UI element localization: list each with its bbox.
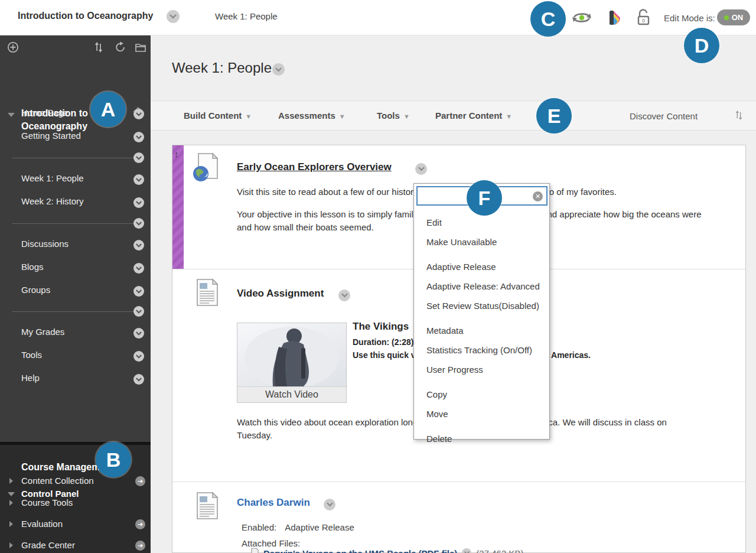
file-chevron-icon[interactable]: [462, 548, 471, 553]
sidebar-item-evaluation[interactable]: Evaluation: [21, 519, 63, 529]
sidebar-item-week-2-history[interactable]: Week 2: History: [21, 196, 84, 206]
enabled-label: Enabled:: [242, 522, 276, 532]
week2-chevron-icon[interactable]: [133, 197, 144, 208]
attached-file-link[interactable]: Darwin's Voyage on the HMS Beagle (PDF f…: [263, 548, 457, 553]
menu-item-make-unavailable[interactable]: Make Unavailable: [414, 232, 549, 252]
sidebar-divider: [12, 311, 138, 312]
groups-chevron-icon[interactable]: [133, 286, 144, 297]
annotation-b: B: [96, 442, 131, 477]
add-menu-item-icon[interactable]: [7, 41, 19, 56]
drag-handle[interactable]: ↕: [172, 145, 184, 269]
search-clear-icon[interactable]: ✕: [533, 191, 543, 201]
item-title-early-ocean-explorers[interactable]: Early Ocean Explorers Overview: [237, 161, 392, 173]
assessments-button[interactable]: Assessments▼: [278, 110, 346, 121]
sidebar-item-help[interactable]: Help: [21, 373, 40, 383]
drag-arrows-icon: ↕: [174, 149, 179, 159]
content-collection-expand-icon[interactable]: [9, 478, 13, 484]
divider-chevron-icon[interactable]: [133, 152, 144, 163]
folder-icon[interactable]: [135, 42, 146, 55]
annotation-c: C: [530, 1, 566, 37]
item-separator: [172, 482, 745, 482]
tools-button[interactable]: Tools▼: [377, 110, 410, 121]
sidebar-item-groups[interactable]: Groups: [21, 285, 50, 295]
video-title: The Vikings: [353, 321, 409, 333]
reorder-icon[interactable]: [93, 41, 104, 56]
divider-chevron-icon[interactable]: [133, 306, 144, 317]
sidebar-divider: [12, 223, 138, 224]
content-item-icon: [191, 278, 221, 311]
action-bar: Build Content▼ Assessments▼ Tools▼ Partn…: [151, 100, 756, 131]
attached-file-size: (37,463 KB): [476, 548, 523, 553]
partner-content-button[interactable]: Partner Content▼: [435, 110, 512, 121]
home-page-chevron-icon[interactable]: [133, 109, 144, 119]
partner-content-caret-icon: ▼: [506, 113, 512, 120]
blogs-chevron-icon[interactable]: [133, 263, 144, 274]
divider-chevron-icon[interactable]: [133, 218, 144, 229]
tools-chevron-icon[interactable]: [133, 351, 144, 362]
menu-item-copy[interactable]: Copy: [414, 385, 549, 404]
context-menu-list: Edit Make Unavailable Adaptive Release A…: [414, 210, 549, 451]
help-chevron-icon[interactable]: [133, 374, 144, 385]
menu-item-delete[interactable]: Delete: [414, 429, 549, 448]
evaluation-expand-icon[interactable]: [9, 521, 13, 527]
content-collection-open-icon[interactable]: ➜: [135, 476, 145, 486]
menu-item-adaptive-release[interactable]: Adaptive Release: [414, 257, 549, 276]
course-menu-collapse-icon[interactable]: [8, 113, 15, 117]
item-title-charles-darwin[interactable]: Charles Darwin: [237, 497, 310, 509]
build-content-caret-icon: ▼: [245, 113, 252, 120]
content-item-icon: [191, 492, 221, 525]
assessments-caret-icon: ▼: [339, 113, 346, 120]
watch-video-button[interactable]: Watch Video: [237, 386, 346, 402]
viking-statue-image: [237, 323, 346, 386]
sidebar-item-content-collection[interactable]: Content Collection: [21, 476, 94, 486]
item-title-video-assignment[interactable]: Video Assignment: [237, 288, 324, 300]
discussions-chevron-icon[interactable]: [133, 240, 144, 251]
annotation-a: A: [90, 92, 126, 127]
theme-palette-icon[interactable]: [608, 9, 624, 28]
course-tools-expand-icon[interactable]: [9, 500, 13, 506]
attached-file-row: Darwin's Voyage on the HMS Beagle (PDF f…: [251, 548, 523, 553]
unlock-icon[interactable]: 0: [636, 8, 652, 30]
build-content-button[interactable]: Build Content▼: [184, 110, 252, 121]
sidebar-item-getting-started[interactable]: Getting Started: [21, 131, 81, 141]
grade-center-expand-icon[interactable]: [9, 542, 13, 548]
video-duration: Duration: (2:28): [353, 336, 423, 348]
edit-mode-toggle[interactable]: ON: [717, 9, 750, 25]
blackboard-screen: Introduction to Oceanography Week 1: Peo…: [0, 0, 756, 553]
student-preview-icon[interactable]: [571, 9, 593, 29]
menu-item-user-progress[interactable]: User Progress: [414, 360, 549, 379]
menu-item-statistics-tracking[interactable]: Statistics Tracking (On/Off): [414, 340, 549, 360]
menu-item-set-review-status[interactable]: Set Review Status(Disabled): [414, 296, 549, 315]
item1-chevron-icon[interactable]: [415, 163, 427, 175]
sidebar-item-course-tools[interactable]: Course Tools: [21, 497, 73, 508]
sidebar-item-week-1-people[interactable]: Week 1: People: [21, 173, 84, 183]
sidebar-item-tools[interactable]: Tools: [21, 350, 42, 360]
control-panel-collapse-icon[interactable]: [8, 492, 15, 496]
video-thumbnail[interactable]: Watch Video: [237, 323, 347, 403]
sidebar-item-blogs[interactable]: Blogs: [21, 262, 44, 272]
sidebar-item-grade-center[interactable]: Grade Center: [21, 540, 75, 550]
page-title-chevron-icon[interactable]: [272, 63, 285, 76]
menu-item-metadata[interactable]: Metadata: [414, 321, 549, 340]
breadcrumb: Week 1: People: [215, 11, 278, 21]
item2-chevron-icon[interactable]: [338, 289, 350, 301]
grade-center-open-icon[interactable]: ➜: [135, 541, 145, 551]
discover-content-button[interactable]: Discover Content: [630, 111, 698, 121]
my-grades-chevron-icon[interactable]: [133, 328, 144, 339]
item-context-menu: ✕ Edit Make Unavailable Adaptive Release…: [413, 183, 550, 440]
page-title: Week 1: People: [172, 60, 272, 76]
sidebar-item-home-page[interactable]: Home Page: [21, 108, 68, 118]
course-title-chevron-icon[interactable]: [167, 10, 180, 23]
menu-item-adaptive-release-advanced[interactable]: Adaptive Release: Advanced: [414, 276, 549, 296]
getting-started-chevron-icon[interactable]: [133, 132, 144, 142]
web-link-icon: [191, 152, 221, 186]
menu-item-edit[interactable]: Edit: [414, 213, 549, 232]
item3-chevron-icon[interactable]: [324, 499, 335, 510]
sidebar-item-my-grades[interactable]: My Grades: [21, 327, 64, 337]
evaluation-open-icon[interactable]: ➜: [135, 519, 145, 529]
refresh-icon[interactable]: [115, 41, 126, 56]
week1-chevron-icon[interactable]: [133, 174, 144, 185]
reorder-items-icon[interactable]: [734, 110, 744, 123]
menu-item-move[interactable]: Move: [414, 404, 549, 424]
sidebar-item-discussions[interactable]: Discussions: [21, 239, 69, 249]
